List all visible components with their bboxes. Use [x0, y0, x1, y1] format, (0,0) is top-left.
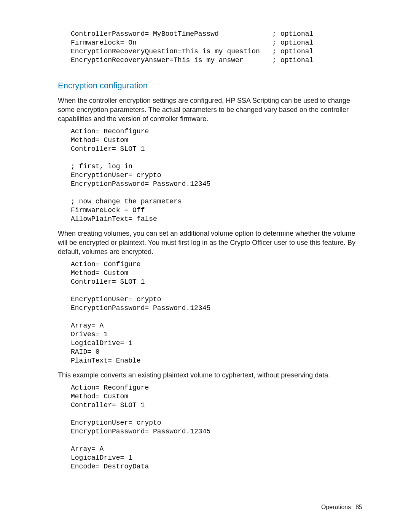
footer-page-number: 85 [355, 504, 362, 510]
section-heading-encryption-configuration: Encryption configuration [58, 81, 362, 91]
code-block-reconfigure: Action= Reconfigure Method= Custom Contr… [71, 127, 362, 224]
footer-section-label: Operations [321, 504, 351, 510]
paragraph-volumes: When creating volumes, you can set an ad… [58, 229, 362, 256]
code-block-intro: ControllerPassword= MyBootTimePasswd ; o… [71, 30, 362, 65]
paragraph-intro: When the controller encryption settings … [58, 96, 362, 123]
page-footer: Operations85 [321, 504, 362, 511]
code-block-convert: Action= Reconfigure Method= Custom Contr… [71, 383, 362, 471]
paragraph-convert: This example converts an existing plaint… [58, 371, 362, 380]
code-block-configure: Action= Configure Method= Custom Control… [71, 260, 362, 365]
document-page: ControllerPassword= MyBootTimePasswd ; o… [0, 0, 411, 532]
